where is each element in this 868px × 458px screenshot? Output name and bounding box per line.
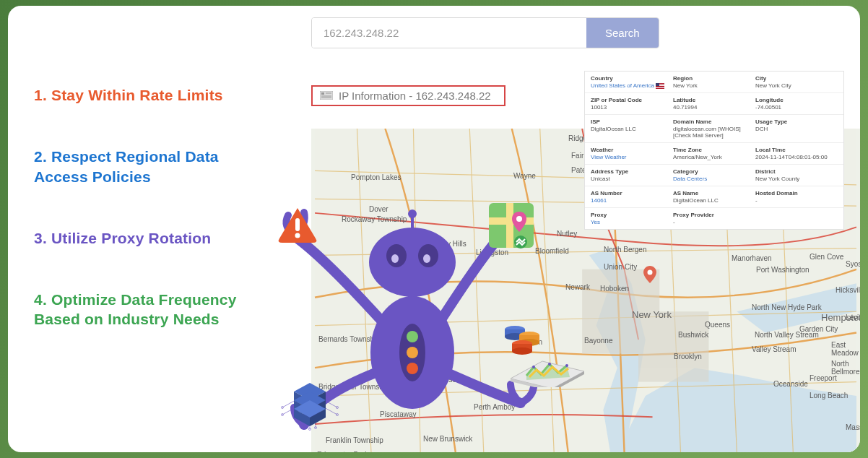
search-button[interactable]: Search [586, 18, 659, 48]
map-label: Hoboken [600, 285, 629, 293]
info-label: Proxy [591, 212, 673, 218]
map-label: Hicksville [836, 286, 860, 294]
info-label: AS Number [591, 190, 673, 196]
svg-rect-0 [320, 91, 333, 100]
info-label: Region [673, 75, 755, 82]
ip-info-text: IP Information - 162.243.248.22 [339, 90, 491, 102]
map-label: Glen Cove [810, 253, 843, 261]
map-tile-icon [486, 200, 537, 251]
ip-info-panel: CountryUnited States of America RegionNe… [584, 71, 844, 230]
svg-point-11 [407, 331, 418, 342]
info-label: Local Time [755, 147, 838, 153]
tip-1: 1. Stay Within Rate Limits [34, 85, 265, 105]
info-value: DCH [755, 126, 838, 132]
svg-point-15 [369, 228, 456, 297]
svg-line-33 [324, 400, 337, 407]
map-label: Syosset [846, 260, 860, 268]
map-label: North Bergen [604, 246, 646, 254]
info-value: New York [673, 82, 755, 89]
info-label: Longitude [755, 97, 838, 103]
svg-point-54 [565, 364, 568, 367]
chip-icon [279, 370, 340, 431]
svg-point-8 [648, 270, 653, 275]
svg-point-30 [282, 407, 284, 409]
search-bar: Search [311, 17, 659, 48]
map-label: Valley Stream [752, 345, 797, 353]
svg-point-23 [295, 233, 300, 238]
info-value: - [755, 197, 838, 204]
svg-point-32 [282, 414, 284, 416]
info-label: Usage Type [755, 118, 838, 125]
search-input[interactable] [312, 18, 586, 48]
info-value: New York City [755, 82, 838, 89]
info-row: Address TypeUnicast CategoryData Centers… [585, 165, 843, 186]
info-value: digitalocean.com [WHOIS] [Check Mail Ser… [673, 126, 755, 139]
map-label: Brooklyn [674, 353, 702, 360]
svg-line-29 [282, 400, 295, 407]
map-label: Massapequa [846, 423, 860, 431]
info-value: New York County [755, 176, 838, 182]
svg-point-27 [516, 216, 522, 222]
info-value: -74.00501 [755, 104, 838, 111]
info-label: ISP [591, 118, 673, 125]
card: 1. Stay Within Rate Limits 2. Respect Re… [8, 6, 860, 452]
info-row: ISPDigitalOcean LLC Domain Namedigitaloc… [585, 115, 843, 143]
svg-point-12 [407, 347, 418, 358]
info-value[interactable]: United States of America [591, 82, 673, 89]
info-row: WeatherView Weather Time ZoneAmerica/New… [585, 143, 843, 165]
svg-line-31 [282, 407, 295, 415]
map-label: Manorhaven [732, 254, 772, 262]
weather-link[interactable]: View Weather [591, 154, 673, 160]
info-label: City [755, 75, 838, 82]
svg-point-51 [512, 347, 532, 355]
ip-info-header: IP Information - 162.243.248.22 [311, 85, 505, 106]
info-row: AS Number14061 AS NameDigitalOcean LLC H… [585, 186, 843, 208]
map-label: Union City [604, 263, 637, 271]
info-row: CountryUnited States of America RegionNe… [585, 72, 843, 93]
category-link[interactable]: Data Centers [673, 176, 755, 182]
svg-rect-1 [321, 92, 324, 95]
info-value: 40.71994 [673, 104, 755, 111]
tip-3: 3. Utilize Proxy Rotation [34, 228, 265, 248]
svg-point-28 [514, 236, 527, 249]
map-label: Port Washington [756, 266, 810, 274]
info-label: AS Name [673, 190, 755, 196]
info-label: Domain Name [673, 118, 755, 125]
tip-2: 2. Respect Regional Data Access Policies [34, 147, 265, 186]
map-label: Bushwick [678, 331, 708, 339]
map-label: Bayonne [584, 337, 612, 345]
flag-icon [656, 83, 664, 89]
info-label: Proxy Provider [673, 212, 755, 218]
info-label: Latitude [673, 97, 755, 103]
map-label: North New Hyde Park [752, 303, 822, 311]
info-label: District [755, 168, 838, 175]
map-label: Long Beach [810, 392, 848, 399]
proxy-link[interactable]: Yes [591, 219, 673, 225]
svg-point-21 [408, 209, 417, 218]
info-row: ZIP or Postal Code10013 Latitude40.71994… [585, 93, 843, 115]
info-value: DigitalOcean LLC [673, 197, 755, 204]
svg-rect-22 [295, 218, 300, 231]
map-label: Wayne [513, 172, 536, 180]
svg-point-52 [532, 366, 535, 368]
map-label: Levittown [846, 314, 860, 321]
map-label: Queens [705, 321, 730, 329]
map-pin-icon [643, 266, 656, 283]
info-label: Address Type [591, 168, 673, 175]
svg-rect-7 [638, 311, 708, 381]
info-label: Category [673, 168, 755, 175]
info-label: Weather [591, 147, 673, 153]
map-label: East Meadow [831, 341, 860, 357]
map-label: North Bellmore [831, 360, 860, 376]
map-label: Pompton Lakes [351, 173, 402, 181]
asn-link[interactable]: 14061 [591, 197, 673, 204]
map-label: Oceanside [773, 380, 808, 388]
svg-line-35 [324, 407, 337, 415]
info-value: Unicast [591, 176, 673, 182]
info-label: Country [591, 75, 673, 82]
warning-icon [277, 207, 318, 244]
ip-info-icon [320, 90, 333, 102]
info-value: - [673, 219, 755, 225]
svg-point-53 [548, 363, 551, 366]
map-label: North Valley Stream [755, 331, 819, 339]
